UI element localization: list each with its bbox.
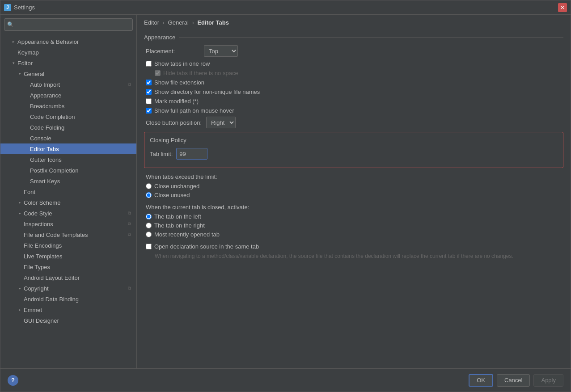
sidebar-item-file-code-templates[interactable]: File and Code Templates ⧉ [0, 229, 136, 240]
open-declaration-label[interactable]: Open declaration source in the same tab [154, 243, 259, 250]
sidebar-item-editor-tabs[interactable]: Editor Tabs [0, 143, 136, 154]
sidebar-item-emmet[interactable]: Emmet [0, 304, 136, 315]
search-box[interactable]: 🔍 [4, 18, 133, 31]
sidebar-item-label: File and Code Templates [24, 232, 88, 238]
open-declaration-description: When navigating to a method/class/variab… [144, 253, 563, 260]
tab-limit-label: Tab limit: [150, 151, 173, 157]
sidebar-item-code-completion[interactable]: Code Completion [0, 111, 136, 122]
breadcrumb-editor-tabs: Editor Tabs [197, 19, 229, 26]
sidebar-item-label: Smart Keys [30, 178, 60, 185]
sidebar-item-postfix-completion[interactable]: Postfix Completion [0, 165, 136, 176]
sidebar-item-code-folding[interactable]: Code Folding [0, 122, 136, 133]
sidebar-item-live-templates[interactable]: Live Templates [0, 251, 136, 261]
sidebar-item-auto-import[interactable]: Auto Import ⧉ [0, 79, 136, 90]
sidebar-item-label: GUI Designer [24, 317, 59, 324]
close-button-select[interactable]: Right Left None [206, 117, 236, 128]
placement-label: Placement: [146, 48, 199, 55]
search-input[interactable] [16, 21, 130, 28]
sidebar-item-label: Copyright [24, 285, 49, 292]
closing-policy-box: Closing Policy Tab limit: [144, 132, 563, 168]
closed-radio-group: The tab on the left The tab on the right… [144, 213, 563, 238]
copy-icon: ⧉ [126, 232, 133, 237]
sidebar-item-general[interactable]: General [0, 68, 136, 79]
close-window-button[interactable]: ✕ [558, 3, 567, 12]
ok-button[interactable]: OK [469, 374, 493, 387]
sidebar-item-label: Keymap [17, 49, 39, 56]
sidebar-item-color-scheme[interactable]: Color Scheme [0, 197, 136, 208]
tab-right-radio[interactable] [146, 223, 152, 228]
sidebar-item-inspections[interactable]: Inspections ⧉ [0, 219, 136, 229]
show-file-extension-checkbox[interactable] [146, 80, 152, 85]
sidebar-item-file-encodings[interactable]: File Encodings [0, 240, 136, 251]
placement-select[interactable]: Top Right Bottom Left [204, 45, 238, 57]
copy-icon: ⧉ [126, 211, 133, 216]
tab-right-row: The tab on the right [144, 222, 563, 229]
sidebar-item-smart-keys[interactable]: Smart Keys [0, 176, 136, 186]
sidebar-item-font[interactable]: Font [0, 186, 136, 197]
tab-left-label[interactable]: The tab on the left [154, 213, 201, 220]
tab-right-label[interactable]: The tab on the right [154, 222, 205, 229]
app-icon: J [4, 4, 11, 11]
sidebar-item-label: Live Templates [24, 253, 62, 260]
sidebar-item-gutter-icons[interactable]: Gutter Icons [0, 154, 136, 165]
sidebar-item-android-data-binding[interactable]: Android Data Binding [0, 294, 136, 304]
sidebar-item-appearance[interactable]: Appearance [0, 90, 136, 101]
breadcrumb-sep1: › [163, 19, 165, 26]
sidebar-item-breadcrumbs[interactable]: Breadcrumbs [0, 101, 136, 111]
show-tabs-one-row-label[interactable]: Show tabs in one row [154, 60, 210, 67]
recently-opened-row: Most recently opened tab [144, 231, 563, 238]
cancel-button[interactable]: Cancel [497, 374, 530, 387]
copy-icon: ⧉ [126, 221, 133, 227]
when-closed-label: When the current tab is closed, activate… [144, 204, 563, 211]
show-full-path-checkbox[interactable] [146, 108, 152, 114]
sidebar-item-file-types[interactable]: File Types [0, 261, 136, 272]
placement-row: Placement: Top Right Bottom Left [144, 45, 563, 57]
sidebar-item-label: General [24, 71, 44, 77]
close-unchanged-label[interactable]: Close unchanged [154, 183, 199, 190]
mark-modified-label[interactable]: Mark modified (*) [154, 98, 199, 105]
tab-left-radio[interactable] [146, 214, 152, 219]
recently-opened-radio[interactable] [146, 232, 152, 237]
sidebar-item-label: Gutter Icons [30, 156, 62, 163]
mark-modified-checkbox[interactable] [146, 98, 152, 104]
close-button-label: Close button position: [146, 119, 202, 126]
sidebar-item-copyright[interactable]: Copyright ⧉ [0, 283, 136, 294]
close-button-row: Close button position: Right Left None [144, 117, 563, 128]
close-unchanged-radio[interactable] [146, 183, 152, 189]
sidebar-item-gui-designer[interactable]: GUI Designer [0, 315, 136, 326]
show-full-path-label[interactable]: Show full path on mouse hover [154, 107, 234, 114]
sidebar-item-label: File Types [24, 264, 50, 270]
settings-window: J Settings ✕ 🔍 Appearance & Behavior Key… [0, 0, 571, 392]
show-directory-label[interactable]: Show directory for non-unique file names [154, 89, 260, 95]
close-unused-label[interactable]: Close unused [154, 192, 190, 198]
show-tabs-one-row-checkbox[interactable] [146, 61, 152, 67]
sidebar-item-label: Editor Tabs [30, 146, 59, 152]
close-unused-row: Close unused [144, 192, 563, 198]
show-directory-checkbox[interactable] [146, 89, 152, 95]
mark-modified-row: Mark modified (*) [144, 98, 563, 105]
sidebar-item-label: File Encodings [24, 242, 62, 249]
show-directory-row: Show directory for non-unique file names [144, 89, 563, 95]
help-button[interactable]: ? [8, 375, 18, 386]
recently-opened-label[interactable]: Most recently opened tab [154, 231, 220, 238]
sidebar-item-label: Android Layout Editor [24, 274, 80, 281]
breadcrumb-sep2: › [192, 19, 194, 26]
arrow-icon [17, 71, 23, 77]
sidebar-item-appearance-behavior[interactable]: Appearance & Behavior [0, 36, 136, 47]
sidebar-item-label: Emmet [24, 307, 42, 313]
apply-button[interactable]: Apply [533, 374, 563, 387]
sidebar-item-editor[interactable]: Editor [0, 58, 136, 68]
show-file-extension-label[interactable]: Show file extension [154, 79, 204, 86]
show-file-extension-row: Show file extension [144, 79, 563, 86]
open-declaration-checkbox[interactable] [146, 244, 152, 249]
sidebar-item-android-layout-editor[interactable]: Android Layout Editor [0, 272, 136, 283]
sidebar-item-label: Postfix Completion [30, 167, 78, 174]
sidebar-item-console[interactable]: Console [0, 133, 136, 143]
close-unused-radio[interactable] [146, 192, 152, 198]
sidebar-item-code-style[interactable]: Code Style ⧉ [0, 208, 136, 219]
tab-limit-input[interactable] [176, 148, 207, 160]
hide-tabs-no-space-checkbox[interactable] [155, 70, 161, 76]
sidebar-item-keymap[interactable]: Keymap [0, 47, 136, 58]
hide-tabs-no-space-label: Hide tabs if there is no space [163, 70, 238, 76]
sidebar-item-label: Appearance [30, 92, 61, 99]
